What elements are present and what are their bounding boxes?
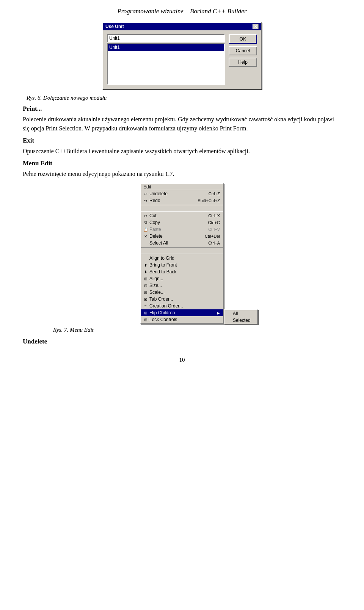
list-item[interactable]: Unit1 bbox=[108, 44, 224, 51]
menu-shortcut-redo: Shift+Ctrl+Z bbox=[198, 198, 220, 203]
menu-item-creationorder[interactable]: ≡ Creation Order... bbox=[141, 303, 223, 309]
menu-label-delete: Delete bbox=[149, 234, 163, 239]
menu-label-redo: Redo bbox=[149, 198, 160, 203]
use-unit-dialog: Use Unit ✕ Unit1 Unit1 OK Cancel Help bbox=[102, 22, 262, 89]
dialog-titlebar: Use Unit ✕ bbox=[103, 23, 261, 30]
dialog-title: Use Unit bbox=[105, 24, 124, 29]
taborder-icon: ⊠ bbox=[143, 297, 149, 301]
menu-item-paste[interactable]: 📋 Paste Ctrl+V bbox=[141, 226, 223, 233]
dialog-right-panel: OK Cancel Help bbox=[229, 34, 257, 85]
section-exit-text: Opuszczenie C++Buildera i ewentualne zap… bbox=[23, 147, 341, 156]
creationorder-icon: ≡ bbox=[143, 304, 149, 308]
menu-item-delete[interactable]: ✕ Delete Ctrl+Del bbox=[141, 233, 223, 240]
menu-item-sendtoback[interactable]: ⬇ Send to Back bbox=[141, 268, 223, 275]
align-icon: ⊞ bbox=[143, 277, 149, 281]
menu-shortcut-paste: Ctrl+V bbox=[208, 227, 220, 232]
section-print-heading: Print... bbox=[23, 105, 341, 113]
use-unit-dialog-container: Use Unit ✕ Unit1 Unit1 OK Cancel Help bbox=[23, 22, 341, 89]
submenu-item-selected[interactable]: Selected bbox=[224, 317, 257, 324]
menu-separator-2 bbox=[141, 247, 223, 254]
submenu-label-selected: Selected bbox=[233, 318, 251, 323]
menu-item-align[interactable]: ⊞ Align... bbox=[141, 275, 223, 282]
menu-shortcut-undelete: Ctrl+Z bbox=[209, 191, 220, 196]
menu-label-undelete: Undelete bbox=[149, 191, 168, 196]
bringtofront-icon: ⬆ bbox=[143, 263, 149, 267]
flipchildren-submenu: All Selected bbox=[224, 309, 258, 325]
menu-shortcut-cut: Ctrl+X bbox=[208, 213, 220, 218]
menu-item-size[interactable]: ⊡ Size... bbox=[141, 282, 223, 289]
menu-label-selectall: Select All bbox=[149, 240, 168, 246]
redo-icon: ↪ bbox=[143, 199, 149, 203]
menu-item-selectall[interactable]: Select All Ctrl+A bbox=[141, 240, 223, 246]
menu-label-aligntogrid: Align to Grid bbox=[149, 256, 174, 261]
dialog-left-panel: Unit1 Unit1 bbox=[107, 34, 225, 85]
menu-label-cut: Cut bbox=[149, 213, 157, 218]
edit-menu-bar: Edit bbox=[141, 184, 223, 190]
sendtoback-icon: ⬇ bbox=[143, 270, 149, 274]
menu-item-aligntogrid[interactable]: Align to Grid bbox=[141, 255, 223, 262]
menu-label-sendtoback: Send to Back bbox=[149, 269, 176, 274]
size-icon: ⊡ bbox=[143, 284, 149, 288]
menu-item-lockcontrols[interactable]: ⊞ Lock Controls bbox=[141, 316, 223, 323]
paste-icon: 📋 bbox=[143, 227, 149, 232]
dialog-help-button[interactable]: Help bbox=[229, 58, 257, 67]
dialog-cancel-button[interactable]: Cancel bbox=[229, 46, 257, 55]
submenu-item-all[interactable]: All bbox=[224, 310, 257, 317]
cut-icon: ✂ bbox=[143, 214, 149, 218]
dialog-ok-button[interactable]: OK bbox=[229, 34, 257, 44]
section-menuedit-text: Pełne rozwinięcie menu edycyjnego pokaza… bbox=[23, 169, 341, 179]
section-print-text: Polecenie drukowania aktualnie używanego… bbox=[23, 115, 341, 133]
menu-item-undelete[interactable]: ↩ Undelete Ctrl+Z bbox=[141, 190, 223, 197]
section-exit-heading: Exit bbox=[23, 137, 341, 144]
menu-shortcut-copy: Ctrl+C bbox=[208, 220, 220, 225]
section-menuedit-heading: Menu Edit bbox=[23, 160, 341, 167]
dialog-close-button[interactable]: ✕ bbox=[253, 24, 259, 29]
edit-menu-screenshot: Edit ↩ Undelete Ctrl+Z ↪ Redo Shift+Ctrl… bbox=[23, 183, 341, 324]
menu-item-flipchildren-container: ⊞ Flip Children ▶ All Selected bbox=[141, 309, 223, 316]
menu-label-paste: Paste bbox=[149, 227, 161, 232]
dialog-body: Unit1 Unit1 OK Cancel Help bbox=[103, 30, 261, 89]
copy-icon: ⧉ bbox=[143, 220, 149, 225]
section-undelete-heading: Undelete bbox=[23, 338, 341, 345]
menu-item-cut[interactable]: ✂ Cut Ctrl+X bbox=[141, 212, 223, 219]
undo-icon: ↩ bbox=[143, 192, 149, 196]
menu-label-bringtofront: Bring to Front bbox=[149, 262, 177, 268]
dialog-input-field[interactable]: Unit1 bbox=[107, 34, 225, 42]
menu-separator-1 bbox=[141, 205, 223, 212]
menu-item-copy[interactable]: ⧉ Copy Ctrl+C bbox=[141, 219, 223, 226]
edit-menu-window: Edit ↩ Undelete Ctrl+Z ↪ Redo Shift+Ctrl… bbox=[140, 183, 224, 324]
page-title: Programowanie wizualne – Borland C++ Bui… bbox=[23, 8, 341, 15]
page-number: 10 bbox=[23, 357, 341, 363]
menu-label-creationorder: Creation Order... bbox=[149, 303, 183, 309]
menu-item-redo[interactable]: ↪ Redo Shift+Ctrl+Z bbox=[141, 197, 223, 204]
menu-shortcut-delete: Ctrl+Del bbox=[205, 234, 220, 238]
menu-label-taborder: Tab Order... bbox=[149, 296, 173, 302]
flipchildren-icon: ⊞ bbox=[143, 311, 149, 315]
lockcontrols-icon: ⊞ bbox=[143, 318, 149, 322]
figure1-caption: Rys. 6. Dołączanie nowego modułu bbox=[23, 95, 341, 101]
dialog-listbox[interactable]: Unit1 bbox=[107, 43, 225, 85]
menu-label-flipchildren: Flip Children bbox=[149, 310, 175, 315]
menu-item-taborder[interactable]: ⊠ Tab Order... bbox=[141, 296, 223, 303]
menu-label-size: Size... bbox=[149, 283, 162, 288]
figure2-caption: Rys. 7. Menu Edit bbox=[53, 327, 341, 333]
menu-item-scale[interactable]: ⊟ Scale... bbox=[141, 289, 223, 296]
submenu-arrow-icon: ▶ bbox=[217, 311, 220, 315]
scale-icon: ⊟ bbox=[143, 290, 149, 295]
menu-label-align: Align... bbox=[149, 276, 163, 281]
submenu-label-all: All bbox=[233, 311, 238, 316]
menu-label-lockcontrols: Lock Controls bbox=[149, 317, 177, 322]
menu-label-scale: Scale... bbox=[149, 290, 165, 295]
menu-item-bringtofront[interactable]: ⬆ Bring to Front bbox=[141, 262, 223, 268]
delete-icon: ✕ bbox=[143, 234, 149, 238]
menu-label-copy: Copy bbox=[149, 220, 160, 225]
menu-shortcut-selectall: Ctrl+A bbox=[208, 241, 220, 245]
menu-item-flipchildren[interactable]: ⊞ Flip Children ▶ bbox=[141, 309, 223, 316]
edit-menu-title: Edit bbox=[143, 184, 151, 190]
